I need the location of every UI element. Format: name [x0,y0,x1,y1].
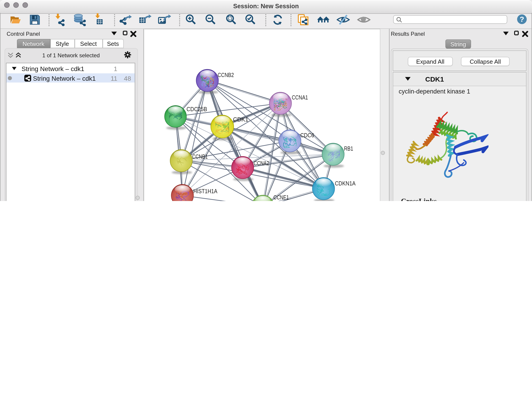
svg-text:CDK1: CDK1 [233,116,248,123]
svg-text:RB1: RB1 [344,145,353,152]
svg-text:CDC25B: CDC25B [186,106,207,113]
svg-text:CCNB2: CCNB2 [218,71,234,78]
svg-text:CDC6: CDC6 [300,132,314,139]
svg-text:HIST1H1A: HIST1H1A [193,188,217,195]
svg-text:CCNE1: CCNE1 [273,194,289,201]
svg-text:?: ? [520,15,524,23]
svg-text:CCNB1: CCNB1 [192,153,208,160]
svg-text:CCNA2: CCNA2 [254,160,269,167]
svg-text:CCNA1: CCNA1 [292,94,308,101]
svg-text:CDKN1A: CDKN1A [335,180,355,187]
